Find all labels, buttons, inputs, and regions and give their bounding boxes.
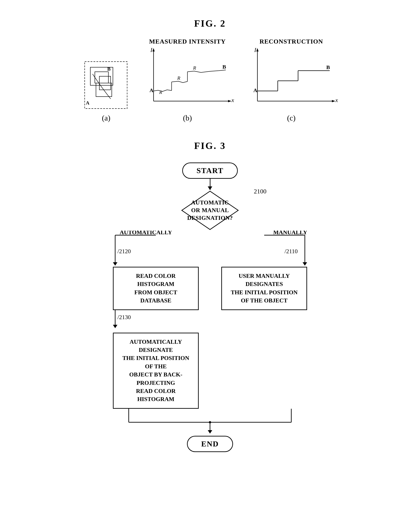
svg-text:A: A (86, 100, 89, 106)
fig2-label-a: (a) (102, 114, 110, 122)
panel-a-svg: B A (84, 60, 129, 110)
branch-row: AUTOMATICALLY /2120 READ COLOR HISTOGRAM… (18, 231, 402, 409)
fig2-title: FIG. 2 (194, 18, 226, 29)
box-2130: AUTOMATICALLY DESIGNATETHE INITIAL POSIT… (113, 333, 199, 409)
svg-point-53 (209, 421, 211, 423)
fig2-panel-c: RECONSTRUCTION x I A (246, 38, 336, 122)
fig2-panel-b: MEASURED INTENSITY x I A R (142, 38, 233, 122)
svg-text:I: I (254, 47, 257, 53)
left-branch-flow: AUTOMATICALLY /2120 READ COLOR HISTOGRAM… (102, 231, 210, 409)
panel-b-svg: x I A R R (142, 47, 233, 110)
svg-text:/2130: /2130 (117, 314, 131, 320)
fig2-b-title: MEASURED INTENSITY (149, 38, 226, 45)
svg-text:B: B (223, 64, 226, 70)
svg-text:x: x (335, 97, 338, 103)
svg-text:A: A (149, 87, 154, 93)
start-node: START (182, 162, 238, 179)
diamond-ref: 2100 (254, 188, 266, 195)
branch-left: AUTOMATICALLY /2120 READ COLOR HISTOGRAM… (102, 231, 210, 409)
svg-marker-44 (303, 262, 307, 266)
arrow-and-ref-svg: /2130 (102, 310, 210, 333)
svg-marker-52 (208, 430, 212, 433)
branch-right: MANUALLY /2110 USER MANUALLY DESIGNATEST… (210, 231, 318, 310)
fig2-c-title: RECONSTRUCTION (259, 38, 323, 45)
merge-svg (102, 409, 318, 436)
fig2-panel-a: B A (a) (84, 60, 129, 122)
svg-marker-22 (332, 100, 335, 102)
svg-text:MANUALLY: MANUALLY (273, 231, 307, 236)
diamond-text: AUTOMATICOR MANUALDESIGNATION? (187, 199, 233, 222)
diamond-wrapper: 2100 AUTOMATICOR MANUALDESIGNATION? (181, 190, 239, 231)
svg-marker-9 (228, 100, 231, 102)
box-2120: READ COLOR HISTOGRAMFROM OBJECT DATABASE (113, 267, 199, 310)
fig3-title: FIG. 3 (194, 140, 226, 151)
svg-text:AUTOMATICALLY: AUTOMATICALLY (120, 231, 172, 236)
left-branch-arrow-svg: AUTOMATICALLY /2120 (102, 231, 210, 267)
diamond-node: AUTOMATICOR MANUALDESIGNATION? (181, 190, 239, 231)
svg-rect-2 (95, 72, 108, 83)
fig2-label-c: (c) (287, 114, 296, 122)
end-node: END (187, 436, 233, 452)
box-2110: USER MANUALLY DESIGNATESTHE INITIAL POSI… (221, 267, 307, 310)
panel-c-svg: x I A B (246, 47, 336, 110)
svg-marker-23 (256, 48, 258, 52)
svg-text:R: R (159, 89, 162, 95)
fig2-label-b: (b) (183, 114, 192, 122)
svg-text:R: R (193, 65, 196, 71)
svg-marker-40 (113, 325, 117, 328)
right-branch-arrow-svg: MANUALLY /2110 (210, 231, 318, 267)
arrow-start-to-diamond (210, 179, 210, 190)
svg-text:R: R (177, 75, 180, 81)
right-branch-flow: MANUALLY /2110 USER MANUALLY DESIGNATEST… (210, 231, 318, 310)
merge-lines (102, 409, 318, 436)
svg-text:B: B (107, 66, 111, 72)
svg-marker-36 (113, 262, 117, 266)
svg-text:x: x (231, 97, 234, 103)
svg-text:I: I (150, 47, 153, 53)
svg-text:A: A (253, 87, 257, 93)
fig2-container: B A (a) MEASURED INTENSITY x I (18, 38, 402, 122)
svg-marker-10 (152, 48, 155, 52)
svg-text:/2120: /2120 (117, 248, 131, 255)
page: FIG. 2 B A (a) MEASURED I (0, 0, 420, 506)
svg-text:B: B (326, 64, 330, 70)
flowchart: START 2100 AUTOMATICOR MANUALDESIGNATION… (18, 162, 402, 452)
svg-text:/2110: /2110 (285, 248, 298, 255)
arrow-2120-to-2130-wrapper: /2130 (102, 310, 210, 333)
